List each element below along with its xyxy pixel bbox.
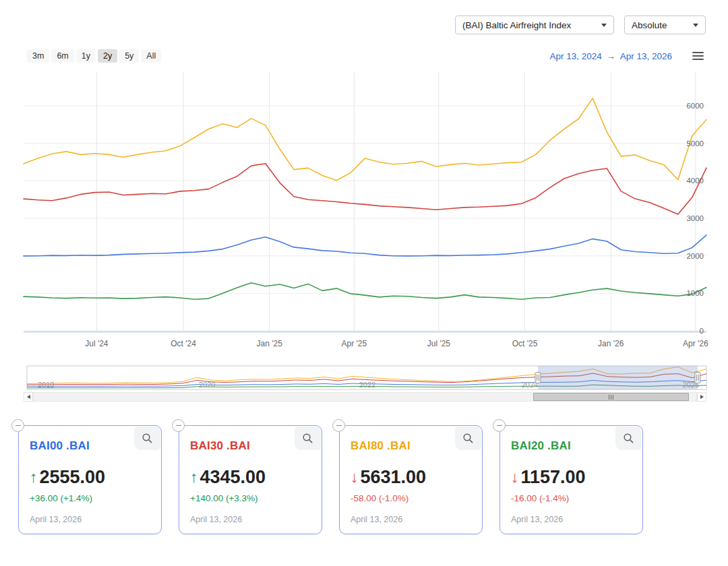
card-change: -58.00 (-1.0%) — [351, 493, 471, 503]
svg-text:1000: 1000 — [686, 289, 704, 297]
card-value-row: ↑ 2555.00 — [30, 467, 150, 488]
series-line-bai80 — [24, 98, 706, 181]
series-line-bai20 — [24, 283, 706, 300]
navigator-left-handle[interactable] — [535, 373, 541, 383]
range-button-6m[interactable]: 6m — [51, 49, 73, 63]
card-collapse-handle[interactable] — [11, 419, 24, 432]
card-zoom-button[interactable] — [455, 427, 481, 450]
svg-text:Jul '24: Jul '24 — [85, 339, 109, 348]
range-button-2y[interactable]: 2y — [98, 49, 117, 63]
navigator[interactable]: 20182020202220242026 — [0, 363, 728, 396]
navigator-svg: 20182020202220242026 — [0, 363, 728, 396]
card-symbol: BAI20 .BAI — [511, 439, 632, 453]
card-bai00: BAI00 .BAI ↑ 2555.00 +36.00 (+1.4%) Apri… — [18, 425, 162, 534]
arrow-right-icon: → — [607, 51, 615, 61]
toolbar: 3m 6m 1y 2y 5y All Apr 13, 2024 → Apr 13… — [27, 49, 705, 63]
card-change: +36.00 (+1.4%) — [30, 493, 150, 503]
card-zoom-button[interactable] — [295, 427, 321, 450]
range-selector: 3m 6m 1y 2y 5y All — [27, 49, 161, 63]
card-collapse-handle[interactable] — [332, 419, 345, 432]
card-collapse-handle[interactable] — [172, 419, 185, 432]
card-value: 1157.00 — [521, 467, 586, 488]
card-value: 2555.00 — [40, 467, 106, 488]
trend-down-icon: ↓ — [511, 468, 519, 486]
magnifier-icon — [462, 433, 474, 444]
svg-text:Oct '24: Oct '24 — [171, 339, 196, 348]
range-button-5y[interactable]: 5y — [119, 49, 139, 63]
card-date: April 13, 2026 — [351, 515, 471, 524]
card-value-row: ↓ 1157.00 — [511, 467, 632, 488]
minus-icon — [16, 425, 21, 427]
card-change: -16.00 (-1.4%) — [511, 493, 632, 503]
svg-text:5000: 5000 — [686, 139, 704, 148]
card-bai80: BAI80 .BAI ↓ 5631.00 -58.00 (-1.0%) Apri… — [339, 425, 483, 534]
svg-text:0: 0 — [700, 327, 704, 335]
card-value: 4345.00 — [200, 467, 266, 488]
card-value: 5631.00 — [361, 467, 427, 488]
card-bai30: BAI30 .BAI ↑ 4345.00 +140.00 (+3.3%) Apr… — [179, 425, 322, 534]
date-range: Apr 13, 2024 → Apr 13, 2026 — [549, 51, 672, 61]
index-cards: BAI00 .BAI ↑ 2555.00 +36.00 (+1.4%) Apri… — [18, 425, 643, 534]
magnifier-icon — [623, 433, 634, 444]
card-change: +140.00 (+3.3%) — [190, 493, 311, 503]
card-date: April 13, 2026 — [30, 515, 150, 524]
series-line-bai30 — [24, 164, 706, 214]
trend-down-icon: ↓ — [351, 468, 359, 486]
triangle-right-icon — [700, 395, 704, 399]
minus-icon — [176, 425, 181, 427]
card-bai20: BAI20 .BAI ↓ 1157.00 -16.00 (-1.4%) Apri… — [499, 425, 643, 534]
card-zoom-button[interactable] — [134, 427, 160, 450]
series-line-bai00 — [24, 235, 706, 256]
svg-text:2020: 2020 — [199, 381, 215, 389]
range-button-1y[interactable]: 1y — [76, 49, 96, 63]
trend-up-icon: ↑ — [30, 468, 38, 486]
svg-text:2018: 2018 — [38, 381, 54, 389]
index-select[interactable]: (BAI) Baltic Airfreight Index — [455, 15, 614, 34]
svg-text:Oct '25: Oct '25 — [512, 339, 538, 348]
svg-text:3000: 3000 — [686, 214, 704, 222]
date-from-input[interactable]: Apr 13, 2024 — [549, 51, 601, 61]
svg-text:Jan '25: Jan '25 — [257, 339, 283, 348]
trend-up-icon: ↑ — [190, 468, 198, 486]
grip-icon — [609, 395, 609, 400]
triangle-left-icon — [27, 395, 30, 399]
card-date: April 13, 2026 — [190, 515, 311, 524]
index-select-value: (BAI) Baltic Airfreight Index — [462, 20, 571, 30]
card-value-row: ↓ 5631.00 — [351, 467, 471, 488]
date-to-input[interactable]: Apr 13, 2026 — [620, 51, 672, 61]
svg-text:Jul '25: Jul '25 — [427, 339, 451, 348]
card-symbol: BAI00 .BAI — [30, 439, 150, 453]
svg-text:2000: 2000 — [686, 252, 704, 260]
card-value-row: ↑ 4345.00 — [190, 467, 311, 488]
navigator-selected-range[interactable] — [538, 366, 698, 389]
price-chart-area[interactable]: 0100020003000400050006000Jul '24Oct '24J… — [0, 67, 728, 350]
scrollbar-track[interactable] — [33, 392, 697, 402]
chevron-down-icon — [601, 24, 607, 27]
scrollbar — [24, 392, 706, 402]
toolbar-right: Apr 13, 2024 → Apr 13, 2026 — [549, 51, 705, 62]
scrollbar-thumb[interactable] — [533, 393, 690, 401]
svg-text:Apr '25: Apr '25 — [341, 339, 367, 348]
svg-text:2022: 2022 — [359, 381, 375, 389]
scrollbar-right-arrow-button[interactable] — [697, 392, 706, 402]
svg-text:Jan '26: Jan '26 — [598, 339, 624, 348]
menu-icon — [692, 52, 704, 53]
mode-select[interactable]: Absolute — [624, 15, 706, 34]
card-date: April 13, 2026 — [511, 515, 632, 524]
navigator-right-handle[interactable] — [695, 373, 700, 383]
mode-select-value: Absolute — [632, 20, 667, 30]
price-chart-svg: 0100020003000400050006000Jul '24Oct '24J… — [0, 67, 728, 350]
card-collapse-handle[interactable] — [493, 419, 506, 432]
scrollbar-left-arrow-button[interactable] — [24, 392, 33, 402]
svg-text:6000: 6000 — [686, 102, 704, 110]
chevron-down-icon — [693, 24, 698, 27]
card-symbol: BAI80 .BAI — [351, 439, 471, 453]
magnifier-icon — [302, 433, 313, 444]
svg-text:4000: 4000 — [686, 177, 704, 185]
range-button-all[interactable]: All — [141, 49, 161, 63]
card-zoom-button[interactable] — [615, 427, 642, 450]
range-button-3m[interactable]: 3m — [27, 49, 49, 63]
svg-text:Apr '26: Apr '26 — [683, 339, 708, 348]
minus-icon — [497, 425, 502, 427]
chart-context-menu-button[interactable] — [691, 51, 705, 62]
